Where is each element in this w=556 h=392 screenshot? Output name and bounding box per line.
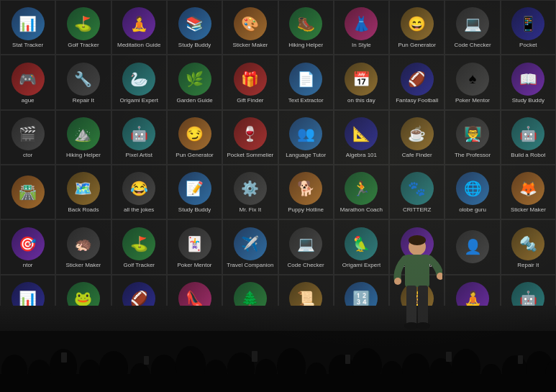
svg-rect-34: [61, 352, 67, 363]
app-label: Travel Companion: [227, 263, 273, 269]
app-cell: 🐕Puppy Hotline: [278, 165, 334, 219]
app-label: Marathon Coach: [340, 207, 383, 214]
app-icon: 📖: [511, 63, 544, 96]
app-label: Gift Finder: [237, 98, 263, 104]
app-icon: 📅: [345, 63, 378, 96]
svg-rect-39: [518, 355, 523, 364]
app-label: Back Roads: [68, 207, 99, 214]
app-cell: 👤: [445, 219, 500, 274]
app-cell: 🃏Poker Mentor: [167, 219, 222, 274]
app-cell: 🔧Repair It: [55, 55, 111, 109]
app-icon: 📝: [178, 172, 211, 205]
app-cell: 🦔Sticker Maker: [55, 219, 111, 274]
app-label: Algebra 101: [346, 152, 377, 159]
app-label: ntor: [23, 263, 33, 269]
app-icon: 📐: [345, 117, 378, 150]
app-cell: ⚙️Mr. Fix It: [222, 165, 278, 219]
app-label: Hiking Helper: [288, 42, 323, 49]
app-label: Text Extractor: [288, 98, 324, 104]
app-cell: 📅on this day: [334, 55, 389, 109]
app-cell: 📱Pocket: [501, 0, 556, 55]
app-icon: 📚: [178, 7, 211, 40]
app-icon: 🤖: [122, 117, 155, 150]
app-icon: 🌐: [456, 172, 489, 205]
app-label: Fantasy Football: [396, 98, 438, 104]
svg-point-3: [394, 278, 401, 285]
app-icon: ⛳: [67, 7, 100, 40]
app-cell: 🗺️Back Roads: [55, 165, 111, 219]
app-icon: 🦜: [345, 227, 378, 260]
app-icon: 📱: [511, 7, 544, 40]
app-cell: 🦜Origami Expert: [334, 219, 389, 274]
app-icon: 🌿: [178, 63, 211, 96]
app-icon: 🎬: [12, 117, 45, 150]
app-label: Poker Mentor: [455, 98, 490, 104]
app-cell: 🛣️: [0, 165, 55, 219]
app-icon: 🧘: [122, 7, 155, 40]
app-label: Pun Generator: [398, 42, 436, 49]
app-label: Pocket: [519, 42, 537, 49]
app-cell: 🌐olobe guru: [445, 165, 500, 219]
app-icon: 🏈: [401, 63, 434, 96]
app-cell: 💻Code Checker: [278, 219, 334, 274]
app-icon: 🎨: [234, 7, 267, 40]
app-label: Origami Expert: [120, 98, 158, 104]
app-icon: ⛳: [122, 227, 155, 260]
app-label: Study Buddy: [178, 207, 211, 214]
app-icon: 🔩: [511, 227, 544, 260]
app-icon: 🐕: [289, 172, 322, 205]
app-label: all the jokes: [124, 207, 154, 214]
app-icon: 👤: [456, 230, 489, 263]
app-label: Sticker Maker: [65, 263, 101, 269]
app-icon: ⚙️: [234, 172, 267, 205]
app-icon: 🥾: [289, 7, 322, 40]
svg-rect-37: [345, 355, 350, 364]
app-label: Golf Tracker: [68, 42, 99, 49]
app-cell: 📊Stat Tracker: [0, 0, 55, 55]
app-cell: ☕Cafe Finder: [389, 110, 445, 165]
app-icon: 🏃: [345, 172, 378, 205]
app-icon: 💻: [289, 227, 322, 260]
app-cell: 🏈Fantasy Football: [389, 55, 445, 109]
app-label: Language Tutor: [286, 152, 326, 159]
app-label: Stat Tracker: [12, 42, 43, 49]
svg-rect-35: [144, 356, 149, 365]
app-label: Mr. Fix It: [240, 207, 262, 214]
app-cell: 📐Algebra 101: [334, 110, 389, 165]
app-cell: 💻Code Checker: [445, 0, 500, 55]
app-label: Puppy Hotline: [288, 207, 324, 214]
app-cell: 🦊Sticker Maker: [501, 165, 556, 219]
app-cell: 🎮ague: [0, 55, 55, 109]
app-label: Code Checker: [288, 263, 324, 269]
app-cell: 👗In Style: [334, 0, 389, 55]
app-cell: 🎁Gift Finder: [222, 55, 278, 109]
app-icon: 📊: [12, 7, 45, 40]
app-label: Build a Robot: [511, 152, 545, 159]
app-cell: ♠️Poker Mentor: [445, 55, 500, 109]
app-cell: 🐾CRITTERZ: [389, 165, 445, 219]
app-icon: ☕: [401, 117, 434, 150]
app-cell: 🎯ntor: [0, 219, 55, 274]
app-icon: 🎮: [12, 63, 45, 96]
app-cell: 😏Pun Generator: [167, 110, 222, 165]
app-icon: 🗺️: [67, 172, 100, 205]
presenter-figure: [392, 234, 442, 338]
app-icon: 🦢: [122, 63, 155, 96]
app-cell: ⛳Golf Tracker: [55, 0, 111, 55]
app-cell: 🌿Garden Guide: [167, 55, 222, 109]
app-cell: 👥Language Tutor: [278, 110, 334, 165]
app-label: Pocket Sommelier: [227, 152, 273, 159]
app-cell: 📝Study Buddy: [167, 165, 222, 219]
app-icon: 🐾: [401, 172, 434, 205]
app-label: CRITTERZ: [403, 207, 432, 214]
app-cell: 📄Text Extractor: [278, 55, 334, 109]
app-icon: 😏: [178, 117, 211, 150]
app-icon: 🎯: [12, 227, 45, 260]
app-icon: 🤖: [511, 117, 544, 150]
app-label: ague: [22, 98, 35, 104]
app-cell: ⛳Golf Tracker: [111, 219, 167, 274]
app-cell: 🦢Origami Expert: [111, 55, 167, 109]
app-label: Cafe Finder: [402, 152, 432, 159]
app-cell: ✈️Travel Companion: [222, 219, 278, 274]
svg-rect-6: [418, 286, 428, 325]
